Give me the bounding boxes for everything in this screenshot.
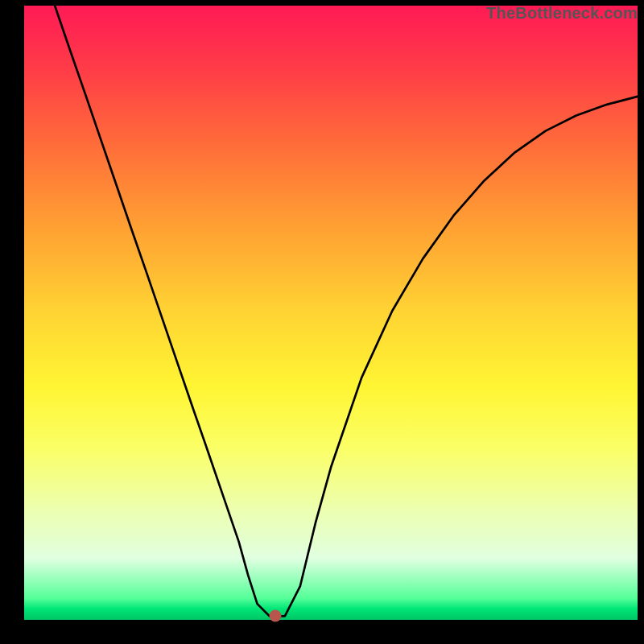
minimum-marker-icon [270, 610, 282, 622]
attribution-text: TheBottleneck.com [486, 4, 638, 23]
bottleneck-curve [55, 6, 638, 616]
plot-area-wrap [24, 6, 638, 620]
chart-frame: TheBottleneck.com [0, 0, 644, 644]
chart-svg [24, 6, 638, 620]
